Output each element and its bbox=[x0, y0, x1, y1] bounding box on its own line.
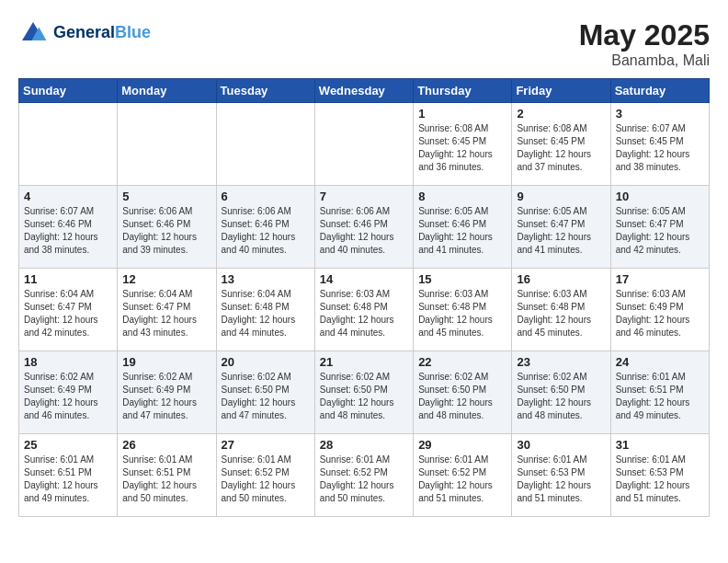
weekday-header-row: SundayMondayTuesdayWednesdayThursdayFrid… bbox=[19, 79, 710, 103]
calendar-cell: 12Sunrise: 6:04 AM Sunset: 6:47 PM Dayli… bbox=[118, 269, 216, 351]
day-number: 13 bbox=[222, 272, 310, 286]
calendar-cell: 4Sunrise: 6:07 AM Sunset: 6:46 PM Daylig… bbox=[19, 186, 118, 269]
day-info: Sunrise: 6:06 AM Sunset: 6:46 PM Dayligh… bbox=[320, 205, 408, 257]
calendar-cell: 21Sunrise: 6:02 AM Sunset: 6:50 PM Dayli… bbox=[314, 351, 413, 434]
day-info: Sunrise: 6:01 AM Sunset: 6:52 PM Dayligh… bbox=[222, 454, 310, 505]
calendar-cell: 18Sunrise: 6:02 AM Sunset: 6:49 PM Dayli… bbox=[19, 351, 118, 434]
day-info: Sunrise: 6:06 AM Sunset: 6:46 PM Dayligh… bbox=[222, 205, 310, 257]
day-info: Sunrise: 6:07 AM Sunset: 6:45 PM Dayligh… bbox=[616, 122, 704, 174]
day-number: 21 bbox=[320, 355, 408, 369]
day-info: Sunrise: 6:07 AM Sunset: 6:46 PM Dayligh… bbox=[24, 205, 112, 257]
weekday-header-saturday: Saturday bbox=[610, 79, 709, 103]
day-info: Sunrise: 6:01 AM Sunset: 6:51 PM Dayligh… bbox=[616, 371, 704, 422]
calendar-cell: 19Sunrise: 6:02 AM Sunset: 6:49 PM Dayli… bbox=[118, 351, 216, 434]
weekday-header-tuesday: Tuesday bbox=[216, 79, 314, 103]
weekday-header-sunday: Sunday bbox=[19, 79, 118, 103]
day-number: 4 bbox=[24, 190, 112, 203]
day-info: Sunrise: 6:06 AM Sunset: 6:46 PM Dayligh… bbox=[122, 205, 210, 257]
calendar-cell: 1Sunrise: 6:08 AM Sunset: 6:45 PM Daylig… bbox=[414, 103, 512, 186]
day-number: 23 bbox=[517, 355, 605, 369]
day-info: Sunrise: 6:01 AM Sunset: 6:53 PM Dayligh… bbox=[616, 454, 704, 505]
week-row-1: 4Sunrise: 6:07 AM Sunset: 6:46 PM Daylig… bbox=[19, 186, 710, 269]
day-info: Sunrise: 6:02 AM Sunset: 6:50 PM Dayligh… bbox=[418, 371, 506, 422]
calendar-cell: 17Sunrise: 6:03 AM Sunset: 6:49 PM Dayli… bbox=[610, 269, 709, 351]
page-header: GeneralBlue May 2025 Banamba, Mali bbox=[18, 18, 710, 69]
day-number: 19 bbox=[122, 355, 210, 369]
calendar-table: SundayMondayTuesdayWednesdayThursdayFrid… bbox=[18, 78, 710, 517]
calendar-cell: 5Sunrise: 6:06 AM Sunset: 6:46 PM Daylig… bbox=[118, 186, 216, 269]
day-number: 30 bbox=[517, 438, 605, 452]
day-number: 24 bbox=[616, 355, 704, 369]
day-number: 9 bbox=[517, 190, 605, 203]
calendar-cell: 27Sunrise: 6:01 AM Sunset: 6:52 PM Dayli… bbox=[216, 434, 314, 517]
logo-icon bbox=[18, 18, 48, 48]
day-info: Sunrise: 6:01 AM Sunset: 6:51 PM Dayligh… bbox=[122, 454, 210, 505]
calendar-cell: 9Sunrise: 6:05 AM Sunset: 6:47 PM Daylig… bbox=[512, 186, 610, 269]
day-number: 7 bbox=[320, 190, 408, 203]
week-row-0: 1Sunrise: 6:08 AM Sunset: 6:45 PM Daylig… bbox=[19, 103, 710, 186]
day-number: 15 bbox=[418, 272, 506, 286]
calendar-cell: 8Sunrise: 6:05 AM Sunset: 6:46 PM Daylig… bbox=[414, 186, 512, 269]
day-info: Sunrise: 6:05 AM Sunset: 6:46 PM Dayligh… bbox=[418, 205, 506, 257]
week-row-2: 11Sunrise: 6:04 AM Sunset: 6:47 PM Dayli… bbox=[19, 269, 710, 351]
day-info: Sunrise: 6:04 AM Sunset: 6:48 PM Dayligh… bbox=[222, 288, 310, 339]
day-number: 27 bbox=[222, 438, 310, 452]
day-number: 10 bbox=[616, 190, 704, 203]
calendar-cell: 29Sunrise: 6:01 AM Sunset: 6:52 PM Dayli… bbox=[414, 434, 512, 517]
day-number: 18 bbox=[24, 355, 112, 369]
weekday-header-wednesday: Wednesday bbox=[314, 79, 413, 103]
calendar-cell: 14Sunrise: 6:03 AM Sunset: 6:48 PM Dayli… bbox=[314, 269, 413, 351]
day-number: 3 bbox=[616, 107, 704, 121]
day-number: 26 bbox=[122, 438, 210, 452]
day-info: Sunrise: 6:01 AM Sunset: 6:52 PM Dayligh… bbox=[418, 454, 506, 505]
day-number: 28 bbox=[320, 438, 408, 452]
calendar-cell: 16Sunrise: 6:03 AM Sunset: 6:48 PM Dayli… bbox=[512, 269, 610, 351]
day-number: 12 bbox=[122, 272, 210, 286]
day-info: Sunrise: 6:02 AM Sunset: 6:49 PM Dayligh… bbox=[24, 371, 112, 422]
day-number: 11 bbox=[24, 272, 112, 286]
day-number: 16 bbox=[517, 272, 605, 286]
calendar-cell: 7Sunrise: 6:06 AM Sunset: 6:46 PM Daylig… bbox=[314, 186, 413, 269]
calendar-cell: 25Sunrise: 6:01 AM Sunset: 6:51 PM Dayli… bbox=[19, 434, 118, 517]
day-info: Sunrise: 6:04 AM Sunset: 6:47 PM Dayligh… bbox=[122, 288, 210, 339]
day-number: 6 bbox=[222, 190, 310, 203]
calendar-cell: 30Sunrise: 6:01 AM Sunset: 6:53 PM Dayli… bbox=[512, 434, 610, 517]
calendar-cell: 22Sunrise: 6:02 AM Sunset: 6:50 PM Dayli… bbox=[414, 351, 512, 434]
month-year: May 2025 bbox=[579, 18, 710, 52]
calendar-cell: 31Sunrise: 6:01 AM Sunset: 6:53 PM Dayli… bbox=[610, 434, 709, 517]
day-number: 17 bbox=[616, 272, 704, 286]
day-number: 14 bbox=[320, 272, 408, 286]
day-info: Sunrise: 6:03 AM Sunset: 6:49 PM Dayligh… bbox=[616, 288, 704, 339]
day-info: Sunrise: 6:01 AM Sunset: 6:51 PM Dayligh… bbox=[24, 454, 112, 505]
day-number: 25 bbox=[24, 438, 112, 452]
calendar-cell: 24Sunrise: 6:01 AM Sunset: 6:51 PM Dayli… bbox=[610, 351, 709, 434]
logo: GeneralBlue bbox=[18, 18, 151, 48]
calendar-cell: 2Sunrise: 6:08 AM Sunset: 6:45 PM Daylig… bbox=[512, 103, 610, 186]
day-info: Sunrise: 6:01 AM Sunset: 6:53 PM Dayligh… bbox=[517, 454, 605, 505]
calendar-cell: 6Sunrise: 6:06 AM Sunset: 6:46 PM Daylig… bbox=[216, 186, 314, 269]
calendar-cell: 11Sunrise: 6:04 AM Sunset: 6:47 PM Dayli… bbox=[19, 269, 118, 351]
day-info: Sunrise: 6:02 AM Sunset: 6:50 PM Dayligh… bbox=[320, 371, 408, 422]
calendar-cell bbox=[19, 103, 118, 186]
day-number: 22 bbox=[418, 355, 506, 369]
day-number: 2 bbox=[517, 107, 605, 121]
day-info: Sunrise: 6:03 AM Sunset: 6:48 PM Dayligh… bbox=[517, 288, 605, 339]
day-info: Sunrise: 6:02 AM Sunset: 6:49 PM Dayligh… bbox=[122, 371, 210, 422]
day-number: 8 bbox=[418, 190, 506, 203]
calendar-cell: 15Sunrise: 6:03 AM Sunset: 6:48 PM Dayli… bbox=[414, 269, 512, 351]
calendar-cell: 20Sunrise: 6:02 AM Sunset: 6:50 PM Dayli… bbox=[216, 351, 314, 434]
calendar-cell: 28Sunrise: 6:01 AM Sunset: 6:52 PM Dayli… bbox=[314, 434, 413, 517]
week-row-3: 18Sunrise: 6:02 AM Sunset: 6:49 PM Dayli… bbox=[19, 351, 710, 434]
day-info: Sunrise: 6:02 AM Sunset: 6:50 PM Dayligh… bbox=[517, 371, 605, 422]
calendar-cell: 3Sunrise: 6:07 AM Sunset: 6:45 PM Daylig… bbox=[610, 103, 709, 186]
day-info: Sunrise: 6:04 AM Sunset: 6:47 PM Dayligh… bbox=[24, 288, 112, 339]
logo-text: GeneralBlue bbox=[53, 24, 151, 42]
title-block: May 2025 Banamba, Mali bbox=[579, 18, 710, 69]
weekday-header-thursday: Thursday bbox=[414, 79, 512, 103]
day-number: 29 bbox=[418, 438, 506, 452]
day-number: 5 bbox=[122, 190, 210, 203]
location: Banamba, Mali bbox=[579, 52, 710, 69]
week-row-4: 25Sunrise: 6:01 AM Sunset: 6:51 PM Dayli… bbox=[19, 434, 710, 517]
weekday-header-monday: Monday bbox=[118, 79, 216, 103]
day-info: Sunrise: 6:08 AM Sunset: 6:45 PM Dayligh… bbox=[418, 122, 506, 174]
